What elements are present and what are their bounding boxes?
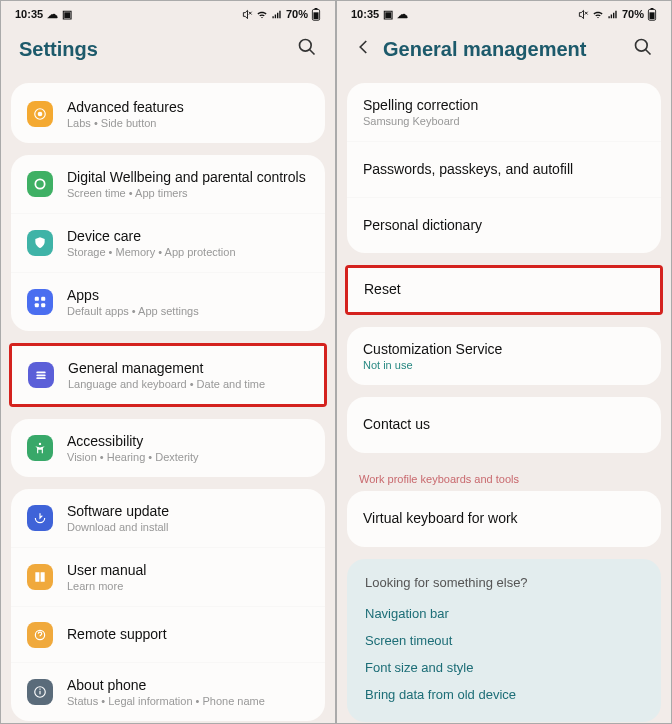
suggest-box: Looking for something else? Navigation b… — [347, 559, 661, 722]
suggest-heading: Looking for something else? — [365, 575, 643, 590]
highlight-general-management: General management Language and keyboard… — [9, 343, 327, 407]
item-sub: Labs • Side button — [67, 117, 309, 129]
wifi-icon — [256, 9, 268, 20]
search-icon[interactable] — [633, 37, 653, 61]
status-right: 70% — [578, 8, 657, 21]
wifi-icon — [592, 9, 604, 20]
item-title: About phone — [67, 677, 309, 693]
svg-line-28 — [646, 50, 651, 55]
item-user-manual[interactable]: User manual Learn more — [11, 547, 325, 606]
item-personal-dictionary[interactable]: Personal dictionary — [347, 197, 661, 253]
svg-point-27 — [636, 40, 648, 52]
item-title: Reset — [364, 281, 644, 297]
item-customization-service[interactable]: Customization Service Not in use — [347, 327, 661, 385]
item-device-care[interactable]: Device care Storage • Memory • App prote… — [11, 213, 325, 272]
cloud-icon: ☁ — [397, 8, 408, 21]
page-title: Settings — [19, 38, 297, 61]
header-settings: Settings — [1, 27, 335, 83]
item-title: Remote support — [67, 626, 309, 642]
item-software-update[interactable]: Software update Download and install — [11, 489, 325, 547]
item-title: Spelling correction — [363, 97, 645, 113]
item-sub: Status • Legal information • Phone name — [67, 695, 309, 707]
about-icon — [27, 679, 53, 705]
item-accessibility[interactable]: Accessibility Vision • Hearing • Dexteri… — [11, 419, 325, 477]
item-title: Personal dictionary — [363, 217, 645, 233]
item-title: Accessibility — [67, 433, 309, 449]
svg-rect-11 — [41, 297, 45, 301]
item-apps[interactable]: Apps Default apps • App settings — [11, 272, 325, 331]
accessibility-icon — [27, 435, 53, 461]
item-about-phone[interactable]: About phone Status • Legal information •… — [11, 662, 325, 721]
link-bring-data[interactable]: Bring data from old device — [365, 681, 643, 708]
item-sub: Learn more — [67, 580, 309, 592]
item-general-management[interactable]: General management Language and keyboard… — [12, 346, 324, 404]
manual-icon — [27, 564, 53, 590]
item-title: User manual — [67, 562, 309, 578]
svg-rect-20 — [39, 691, 40, 695]
mute-icon — [242, 9, 253, 20]
cloud-icon: ☁ — [47, 8, 58, 21]
item-sub: Screen time • App timers — [67, 187, 309, 199]
status-time: 10:35 — [15, 8, 43, 20]
device-care-icon — [27, 230, 53, 256]
general-icon — [28, 362, 54, 388]
battery-pct: 70% — [622, 8, 644, 20]
item-sub: Download and install — [67, 521, 309, 533]
signal-icon — [607, 9, 619, 20]
svg-rect-12 — [35, 303, 39, 307]
advanced-icon — [27, 101, 53, 127]
settings-group: Advanced features Labs • Side button — [11, 83, 325, 143]
svg-rect-14 — [36, 372, 45, 374]
item-contact-us[interactable]: Contact us — [347, 397, 661, 453]
item-title: Contact us — [363, 416, 645, 432]
settings-group: Software update Download and install Use… — [11, 489, 325, 721]
item-title: Software update — [67, 503, 309, 519]
item-sub: Vision • Hearing • Dexterity — [67, 451, 309, 463]
update-icon — [27, 505, 53, 531]
item-title: General management — [68, 360, 308, 376]
link-screen-timeout[interactable]: Screen timeout — [365, 627, 643, 654]
svg-rect-13 — [41, 303, 45, 307]
status-bar: 10:35 ▣ ☁ 70% — [337, 1, 671, 27]
item-sub: Language and keyboard • Date and time — [68, 378, 308, 390]
gm-group: Contact us — [347, 397, 661, 453]
svg-point-17 — [39, 443, 41, 445]
item-virtual-keyboard[interactable]: Virtual keyboard for work — [347, 491, 661, 547]
gm-group: Virtual keyboard for work — [347, 491, 661, 547]
svg-rect-21 — [39, 689, 40, 690]
item-digital-wellbeing[interactable]: Digital Wellbeing and parental controls … — [11, 155, 325, 213]
item-title: Apps — [67, 287, 309, 303]
svg-rect-4 — [313, 12, 318, 19]
status-bar: 10:35 ☁ ▣ 70% — [1, 1, 335, 27]
link-font-size[interactable]: Font size and style — [365, 654, 643, 681]
item-sub: Not in use — [363, 359, 645, 371]
screen-settings: 10:35 ☁ ▣ 70% Settings Advanced features… — [0, 0, 336, 724]
item-spelling-correction[interactable]: Spelling correction Samsung Keyboard — [347, 83, 661, 141]
screen-general-management: 10:35 ▣ ☁ 70% General management Spellin… — [336, 0, 672, 724]
support-icon — [27, 622, 53, 648]
header-general: General management — [337, 27, 671, 83]
gm-group: Spelling correction Samsung Keyboard Pas… — [347, 83, 661, 253]
svg-point-9 — [35, 179, 44, 188]
link-navigation-bar[interactable]: Navigation bar — [365, 600, 643, 627]
item-sub: Samsung Keyboard — [363, 115, 645, 127]
svg-rect-10 — [35, 297, 39, 301]
item-passwords[interactable]: Passwords, passkeys, and autofill — [347, 141, 661, 197]
status-right: 70% — [242, 8, 321, 21]
page-title: General management — [383, 38, 633, 61]
item-title: Digital Wellbeing and parental controls — [67, 169, 309, 185]
settings-group: Digital Wellbeing and parental controls … — [11, 155, 325, 331]
battery-icon — [647, 8, 657, 21]
item-sub: Storage • Memory • App protection — [67, 246, 309, 258]
svg-rect-3 — [315, 8, 318, 9]
settings-group: Accessibility Vision • Hearing • Dexteri… — [11, 419, 325, 477]
item-title: Virtual keyboard for work — [363, 510, 645, 526]
search-icon[interactable] — [297, 37, 317, 61]
item-reset[interactable]: Reset — [348, 268, 660, 312]
gm-group: Customization Service Not in use — [347, 327, 661, 385]
wellbeing-icon — [27, 171, 53, 197]
item-remote-support[interactable]: Remote support — [11, 606, 325, 662]
battery-icon — [311, 8, 321, 21]
back-icon[interactable] — [355, 38, 373, 60]
item-advanced-features[interactable]: Advanced features Labs • Side button — [11, 85, 325, 143]
